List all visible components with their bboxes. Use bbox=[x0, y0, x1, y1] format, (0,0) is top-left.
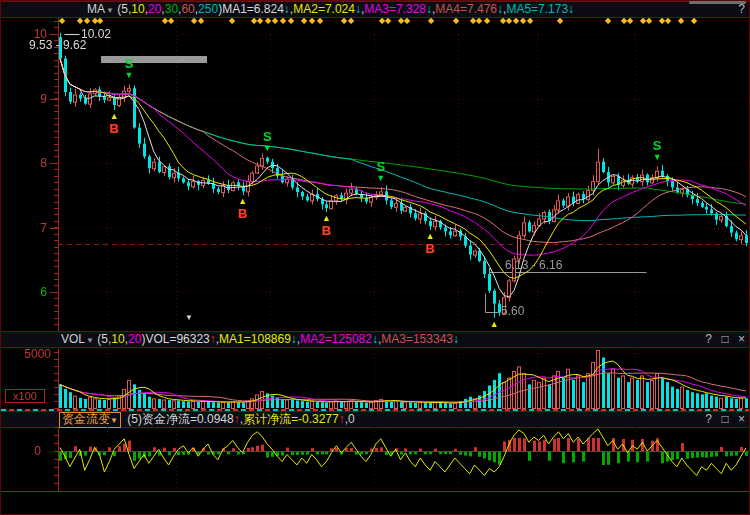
maximize-icon[interactable]: □ bbox=[721, 412, 728, 427]
moneyflow-axis-label: 0 bbox=[0, 444, 41, 458]
header-text: (5) bbox=[127, 412, 142, 427]
header-text: MA3=7.328 bbox=[364, 2, 426, 17]
sell-marker: S bbox=[651, 139, 663, 152]
sell-arrow-icon: ▼ bbox=[123, 71, 135, 80]
buy-marker: B bbox=[237, 207, 249, 220]
event-diamond-icon: ◆ bbox=[59, 17, 65, 24]
buy-arrow-icon: ▲ bbox=[237, 197, 249, 206]
event-diamond-icon: ◆ bbox=[84, 17, 90, 24]
header-text: MA2=7.024 bbox=[293, 2, 355, 17]
y-axis-label: 7 bbox=[1, 221, 47, 235]
sell-marker: S bbox=[123, 57, 135, 70]
header-text: 累计净流=-0.3277 bbox=[243, 412, 339, 427]
help-icon[interactable]: ? bbox=[705, 332, 712, 347]
event-diamond-icon: ◆ bbox=[272, 17, 278, 24]
event-diamond-icon: ◆ bbox=[348, 17, 354, 24]
event-diamond-icon: ◆ bbox=[97, 17, 103, 24]
stock-chart-window: MA▼ (5,10,20,30,60,250) MA1=6.824 ↓ ,MA2… bbox=[0, 0, 750, 515]
y-axis-label: 8 bbox=[1, 156, 47, 170]
main-indicator-header: MA▼ (5,10,20,30,60,250) MA1=6.824 ↓ ,MA2… bbox=[1, 1, 750, 18]
vol-values-text: (5,10,20) VOL=96323 ↑ ,MA1=108869 ↓ ,MA2… bbox=[97, 332, 459, 346]
event-diamond-icon: ◆ bbox=[77, 17, 83, 24]
header-text: 250 bbox=[198, 2, 218, 17]
maximize-icon[interactable]: □ bbox=[721, 332, 728, 347]
volume-indicator-header: VOL▼ (5,10,20) VOL=96323 ↑ ,MA1=108869 ↓… bbox=[1, 331, 750, 348]
chevron-down-icon: ▼ bbox=[106, 6, 114, 15]
price-annotation: 5.60 bbox=[501, 304, 524, 318]
buy-arrow-icon: ▲ bbox=[424, 232, 436, 241]
header-text: MA5=7.173 bbox=[506, 2, 568, 17]
sell-arrow-icon: ▼ bbox=[375, 174, 387, 183]
sell-marker: S bbox=[375, 160, 387, 173]
help-icon[interactable]: ? bbox=[738, 2, 745, 17]
buy-arrow-icon: ▲ bbox=[108, 112, 120, 121]
header-text: MA1=6.824 bbox=[222, 2, 284, 17]
event-diamond-icon: ◆ bbox=[627, 17, 633, 24]
chevron-down-icon: ▼ bbox=[110, 416, 118, 425]
event-diamond-icon: ◆ bbox=[646, 17, 652, 24]
event-diamond-icon: ◆ bbox=[428, 17, 434, 24]
y-axis-label: 6 bbox=[1, 285, 47, 299]
event-diamond-icon: ◆ bbox=[265, 17, 271, 24]
event-diamond-icon: ◆ bbox=[198, 17, 204, 24]
moneyflow-values-text: (5) 资金净流=0.0948 ↑ ,累计净流=-0.3277 ↑ ,0 bbox=[127, 412, 354, 426]
sell-arrow-icon: ▼ bbox=[651, 153, 663, 162]
price-annotation: 9.53 - 9.62 bbox=[29, 38, 86, 52]
event-diamond-icon: ◆ bbox=[605, 17, 611, 24]
header-text: ↓ bbox=[453, 332, 459, 347]
sell-marker: S bbox=[261, 130, 273, 143]
event-diamond-icon: ◆ bbox=[476, 17, 482, 24]
header-text: VOL=96323 bbox=[145, 332, 209, 347]
close-icon[interactable]: × bbox=[738, 332, 745, 347]
window-chrome-bar bbox=[689, 1, 746, 4]
moneyflow-dropdown-label: 资金流变 bbox=[62, 412, 110, 426]
event-diamond-icon: ◆ bbox=[453, 17, 459, 24]
event-diamond-icon: ◆ bbox=[341, 17, 347, 24]
buy-arrow-icon: ▲ bbox=[320, 214, 332, 223]
header-text: 5 bbox=[121, 2, 128, 17]
volume-axis-label: 5000 bbox=[5, 347, 51, 361]
header-text: 10 bbox=[111, 332, 124, 347]
event-diamond-icon: ◆ bbox=[288, 17, 294, 24]
moneyflow-chart-canvas[interactable] bbox=[1, 427, 750, 491]
event-diamond-icon: ◆ bbox=[557, 17, 563, 24]
event-diamond-icon: ◆ bbox=[665, 17, 671, 24]
header-text: 10 bbox=[131, 2, 144, 17]
event-diamond-icon: ◆ bbox=[229, 17, 235, 24]
buy-marker: B bbox=[320, 224, 332, 237]
help-icon[interactable]: ? bbox=[705, 412, 712, 427]
header-text: 5 bbox=[101, 332, 108, 347]
close-icon[interactable]: × bbox=[738, 412, 745, 427]
event-diamond-icon: ◆ bbox=[301, 17, 307, 24]
header-text: ,0 bbox=[345, 412, 355, 427]
volume-chart-canvas[interactable] bbox=[1, 349, 750, 409]
event-diamond-icon: ◆ bbox=[257, 17, 263, 24]
event-diamond-icon: ◆ bbox=[404, 17, 410, 24]
y-axis-label: 9 bbox=[1, 92, 47, 106]
buy-marker: B bbox=[424, 242, 436, 255]
ma-values-text: (5,10,20,30,60,250) MA1=6.824 ↓ ,MA2=7.0… bbox=[117, 2, 574, 16]
event-diamond-icon: ◆ bbox=[484, 17, 490, 24]
time-axis-bar: 日线 ▼ 2018/5 ∨ 6789101112 bbox=[1, 491, 750, 515]
header-text: MA3=153343 bbox=[381, 332, 453, 347]
moneyflow-indicator-dropdown[interactable]: 资金流变▼ bbox=[59, 412, 121, 428]
event-diamond-icon: ◆ bbox=[527, 17, 533, 24]
header-text: MA4=7.476 bbox=[435, 2, 497, 17]
event-diamond-icon: ◆ bbox=[280, 17, 286, 24]
buy-arrow-icon: ▲ bbox=[488, 320, 500, 329]
buy-marker: B bbox=[108, 122, 120, 135]
event-diamond-icon: ◆ bbox=[513, 17, 519, 24]
header-text: 60 bbox=[181, 2, 194, 17]
header-text: 30 bbox=[165, 2, 178, 17]
volume-unit-badge: x100 bbox=[5, 389, 45, 403]
moneyflow-indicator-header: 资金流变▼ (5) 资金净流=0.0948 ↑ ,累计净流=-0.3277 ↑ … bbox=[1, 411, 750, 428]
header-text: MA1=108869 bbox=[219, 332, 291, 347]
event-diamond-icon: ◆ bbox=[191, 17, 197, 24]
ma-indicator-dropdown[interactable]: MA▼ bbox=[87, 2, 114, 16]
event-diamond-icon: ◆ bbox=[678, 17, 684, 24]
event-diamond-icon: ◆ bbox=[317, 17, 323, 24]
sell-arrow-icon: ▼ bbox=[261, 144, 273, 153]
header-text: 资金净流=0.0948 bbox=[142, 412, 234, 427]
event-diamond-icon: ◆ bbox=[385, 17, 391, 24]
vol-indicator-dropdown[interactable]: VOL▼ bbox=[61, 332, 94, 346]
